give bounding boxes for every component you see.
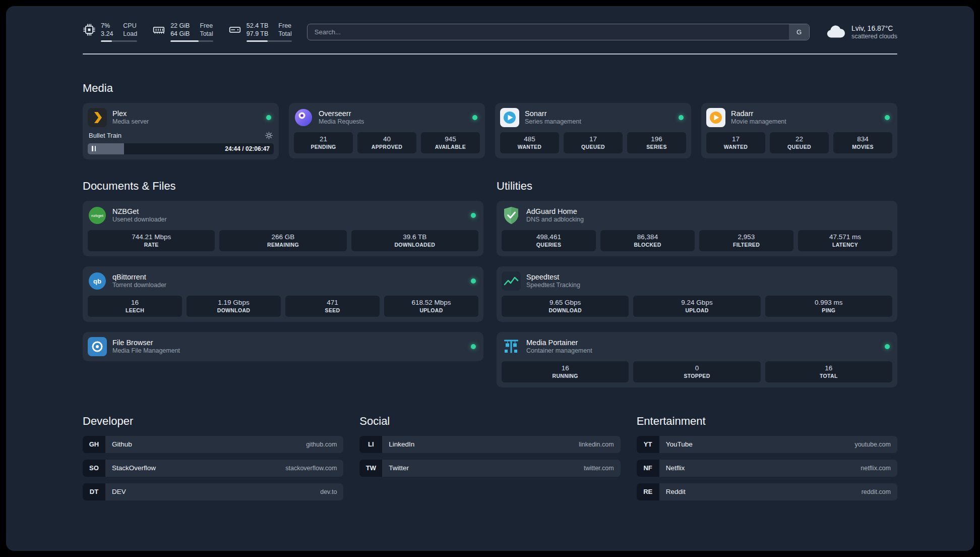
service-name: Media Portainer — [526, 339, 592, 347]
social-section-title: Social — [359, 415, 620, 428]
bookmark-stackoverflow[interactable]: SO StackOverflow stackoverflow.com — [83, 460, 343, 477]
stat-block: 834 MOVIES — [833, 132, 892, 153]
gear-icon[interactable] — [265, 132, 273, 139]
card-titles: Radarr Movie management — [731, 109, 786, 125]
card-titles: qBittorrent Torrent downloader — [112, 273, 166, 289]
bookmark-twitter[interactable]: TW Twitter twitter.com — [359, 460, 620, 477]
bookmark-youtube[interactable]: YT YouTube youtube.com — [637, 436, 897, 453]
now-playing-title: Bullet Train — [89, 132, 121, 139]
card-header: Plex Media server — [88, 108, 274, 127]
stats-row: 485 WANTED 17 QUEUED 196 SERIES — [500, 132, 686, 153]
media-section-title: Media — [83, 82, 897, 95]
service-description: DNS and adblocking — [526, 216, 584, 223]
memory-free-label: Free — [200, 22, 213, 30]
service-card-filebrowser[interactable]: File Browser Media File Management — [83, 332, 483, 361]
stats-row: 16 LEECH 1.19 Gbps DOWNLOAD 471 SEED 6 — [88, 296, 478, 317]
card-header: nzbget NZBGet Usenet downloader — [88, 206, 478, 225]
bookmark-list: YT YouTube youtube.com NF Netflix netfli… — [637, 436, 897, 500]
stat-block: 498,461 QUERIES — [502, 230, 596, 251]
status-dot — [266, 115, 271, 120]
service-name: Speedtest — [526, 273, 580, 281]
service-name: Radarr — [731, 109, 786, 118]
service-card-portainer[interactable]: Media Portainer Container management 16 … — [497, 332, 897, 387]
search-provider-button[interactable]: G — [789, 24, 809, 40]
player-progressbar[interactable]: 24:44 / 02:06:47 — [88, 143, 274, 154]
documents-section-title: Documents & Files — [83, 180, 483, 193]
bookmark-url: reddit.com — [862, 488, 891, 495]
service-card-sonarr[interactable]: Sonarr Series management 485 WANTED 17 Q… — [495, 103, 691, 158]
card-header: File Browser Media File Management — [88, 337, 478, 356]
bookmark-group-social: Social LI LinkedIn linkedin.com TW Twitt… — [359, 415, 620, 477]
service-card-nzbget[interactable]: nzbget NZBGet Usenet downloader 744.21 M… — [83, 201, 483, 256]
service-card-plex[interactable]: Plex Media server Bullet Train — [83, 103, 279, 159]
disk-widget: 52.4 TB 97.9 TB Free Total — [228, 22, 292, 42]
filebrowser-icon — [88, 337, 107, 356]
bookmark-netflix[interactable]: NF Netflix netflix.com — [637, 460, 897, 477]
service-card-overseerr[interactable]: Overseerr Media Requests 21 PENDING 40 A… — [289, 103, 485, 158]
bookmark-reddit[interactable]: RE Reddit reddit.com — [637, 483, 897, 500]
bookmark-abbr: GH — [83, 436, 105, 453]
bookmark-url: twitter.com — [584, 465, 614, 472]
bookmark-url: github.com — [306, 441, 337, 448]
bookmark-dev[interactable]: DT DEV dev.to — [83, 483, 343, 500]
section-documents: Documents & Files nzbget NZBGet Usenet d… — [83, 180, 483, 361]
card-header: Media Portainer Container management — [502, 337, 892, 356]
service-description: Speedtest Tracking — [526, 282, 580, 289]
card-titles: Plex Media server — [112, 109, 149, 125]
service-card-qbittorrent[interactable]: qb qBittorrent Torrent downloader 16 LEE… — [83, 266, 483, 322]
bookmark-linkedin[interactable]: LI LinkedIn linkedin.com — [359, 436, 620, 453]
search-input[interactable] — [307, 24, 810, 40]
bookmark-abbr: RE — [637, 483, 659, 500]
card-titles: Overseerr Media Requests — [319, 109, 364, 125]
stat-block: 196 SERIES — [627, 132, 686, 153]
stat-block: 744.21 Mbps RATE — [88, 230, 215, 251]
cloud-icon — [825, 21, 846, 42]
card-titles: AdGuard Home DNS and adblocking — [526, 207, 584, 223]
stat-block: 16 RUNNING — [502, 361, 629, 382]
bookmark-name: YouTube — [666, 440, 693, 448]
bookmark-url: linkedin.com — [579, 441, 614, 448]
stats-row: 744.21 Mbps RATE 266 GB REMAINING 39.6 T… — [88, 230, 478, 251]
cpu-label: CPU — [123, 22, 137, 30]
bookmark-url: stackoverflow.com — [285, 465, 337, 472]
stats-row: 498,461 QUERIES 86,384 BLOCKED 2,953 FIL… — [502, 230, 892, 251]
service-name: File Browser — [112, 339, 180, 347]
stat-block: 0 STOPPED — [633, 361, 760, 382]
bookmark-url: youtube.com — [854, 441, 891, 448]
bookmark-abbr: LI — [359, 436, 382, 453]
service-card-adguard[interactable]: AdGuard Home DNS and adblocking 498,461 … — [497, 201, 897, 256]
card-titles: Media Portainer Container management — [526, 339, 592, 354]
stat-block: 485 WANTED — [500, 132, 559, 153]
cpu-widget: 7% 3.24 CPU Load — [83, 22, 137, 42]
memory-icon — [152, 23, 165, 36]
stat-block: 17 WANTED — [706, 132, 765, 153]
cpu-progressbar — [101, 40, 137, 42]
weather-widget[interactable]: Lviv, 16.87°C scattered clouds — [825, 21, 897, 42]
weather-condition: scattered clouds — [851, 33, 897, 40]
disk-icon — [228, 23, 241, 36]
bookmark-url: netflix.com — [861, 465, 891, 472]
cpu-icon — [83, 23, 96, 36]
bookmark-github[interactable]: GH Github github.com — [83, 436, 343, 453]
now-playing-row: Bullet Train — [89, 132, 273, 139]
service-description: Media server — [112, 118, 149, 125]
section-utilities: Utilities AdGuard Home — [497, 180, 897, 387]
pause-icon[interactable] — [92, 146, 96, 151]
service-card-speedtest[interactable]: Speedtest Speedtest Tracking 9.65 Gbps D… — [497, 266, 897, 322]
stat-block: 17 QUEUED — [564, 132, 623, 153]
cpu-readout: 7% 3.24 CPU Load — [101, 22, 137, 42]
search: G — [307, 24, 810, 40]
card-titles: NZBGet Usenet downloader — [112, 207, 167, 223]
stat-block: 9.65 Gbps DOWNLOAD — [502, 296, 629, 317]
bookmark-name: DEV — [112, 488, 126, 495]
player-time: 24:44 / 02:06:47 — [225, 145, 270, 152]
card-header: AdGuard Home DNS and adblocking — [502, 206, 892, 225]
bookmark-abbr: NF — [637, 460, 659, 477]
service-card-radarr[interactable]: Radarr Movie management 17 WANTED 22 QUE… — [701, 103, 897, 158]
status-dot — [471, 213, 476, 218]
portainer-icon — [502, 337, 521, 356]
qbittorrent-icon: qb — [88, 271, 107, 291]
service-name: Plex — [112, 109, 149, 118]
status-dot — [885, 115, 890, 120]
bookmark-name: Github — [112, 440, 132, 448]
